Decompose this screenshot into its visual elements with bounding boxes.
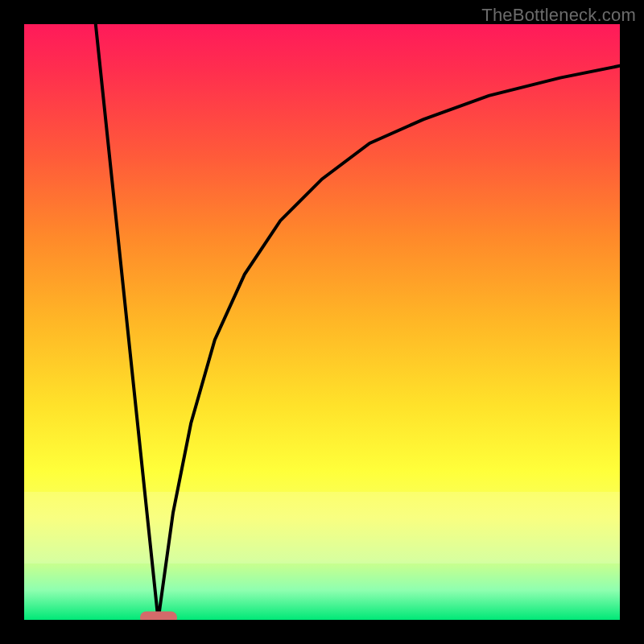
watermark-text: TheBottleneck.com <box>481 5 636 26</box>
chart-frame: TheBottleneck.com <box>0 0 644 644</box>
curve-layer <box>24 24 620 620</box>
plot-area <box>24 24 620 620</box>
bottleneck-marker <box>140 612 177 621</box>
curve-path <box>96 24 620 620</box>
